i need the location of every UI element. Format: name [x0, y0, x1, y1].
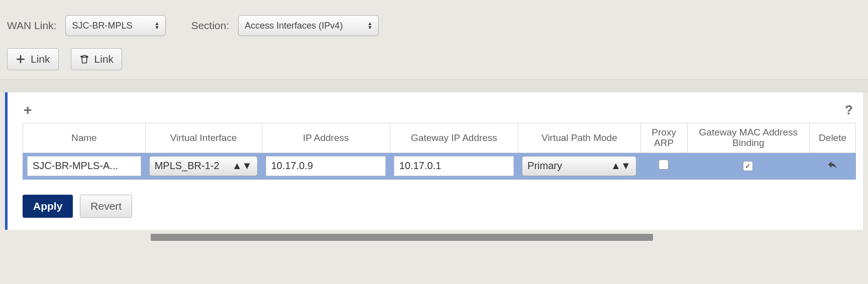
chevron-updown-icon: ▲▼	[232, 160, 252, 172]
gateway-ip-input[interactable]: 10.17.0.1	[394, 156, 514, 176]
virtual-path-mode-value: Primary	[527, 160, 562, 172]
name-input[interactable]: SJC-BR-MPLS-A...	[27, 156, 141, 176]
chevron-updown-icon: ▲▼	[611, 160, 631, 172]
col-name: Name	[23, 123, 145, 153]
col-gateway-ip: Gateway IP Address	[390, 123, 518, 153]
chevron-updown-icon: ▲▼	[155, 22, 160, 30]
wan-link-select[interactable]: SJC-BR-MPLS ▲▼	[65, 15, 166, 36]
add-link-button[interactable]: Link	[7, 48, 59, 70]
virtual-interface-select[interactable]: MPLS_BR-1-2 ▲▼	[149, 156, 258, 176]
revert-row-button[interactable]	[827, 162, 838, 172]
col-virtual-path-mode: Virtual Path Mode	[518, 123, 640, 153]
ip-address-input[interactable]: 10.17.0.9	[266, 156, 386, 176]
reply-icon	[827, 159, 838, 170]
horizontal-scrollbar[interactable]	[151, 234, 653, 241]
virtual-interface-value: MPLS_BR-1-2	[155, 160, 220, 172]
divider	[0, 79, 868, 92]
apply-button[interactable]: Apply	[23, 195, 73, 218]
proxy-arp-checkbox[interactable]	[659, 160, 669, 170]
add-link-label: Link	[31, 53, 50, 65]
add-row-button[interactable]: +	[24, 105, 32, 115]
section-label: Section:	[191, 20, 229, 32]
delete-link-button[interactable]: Link	[71, 48, 123, 70]
wan-link-label: WAN Link:	[7, 20, 56, 32]
filter-bar: WAN Link: SJC-BR-MPLS ▲▼ Section: Access…	[0, 0, 868, 79]
wan-link-value: SJC-BR-MPLS	[72, 21, 132, 31]
col-delete: Delete	[809, 123, 856, 153]
chevron-updown-icon: ▲▼	[367, 22, 372, 30]
gateway-mac-binding-checkbox[interactable]: ✓	[743, 161, 753, 171]
col-virtual-interface: Virtual Interface	[145, 123, 262, 153]
access-interfaces-card: + ? Name Virtual Interface IP Address Ga…	[5, 92, 863, 230]
virtual-path-mode-select[interactable]: Primary ▲▼	[522, 156, 636, 176]
plus-icon	[16, 54, 26, 64]
table-row[interactable]: SJC-BR-MPLS-A... MPLS_BR-1-2 ▲▼ 10.17.0.…	[23, 153, 856, 180]
col-proxy-arp: Proxy ARP	[640, 123, 687, 153]
help-button[interactable]: ?	[845, 102, 853, 118]
col-ip-address: IP Address	[262, 123, 390, 153]
delete-link-label: Link	[94, 53, 114, 65]
footer-actions: Apply Revert	[23, 195, 856, 218]
table-header-row: Name Virtual Interface IP Address Gatewa…	[23, 123, 856, 153]
col-gateway-mac-binding: Gateway MAC Address Binding	[687, 123, 810, 153]
revert-button[interactable]: Revert	[80, 195, 132, 218]
section-select[interactable]: Access Interfaces (IPv4) ▲▼	[238, 15, 379, 36]
section-value: Access Interfaces (IPv4)	[245, 21, 343, 31]
trash-icon	[79, 54, 89, 64]
access-interfaces-table: Name Virtual Interface IP Address Gatewa…	[23, 123, 856, 180]
